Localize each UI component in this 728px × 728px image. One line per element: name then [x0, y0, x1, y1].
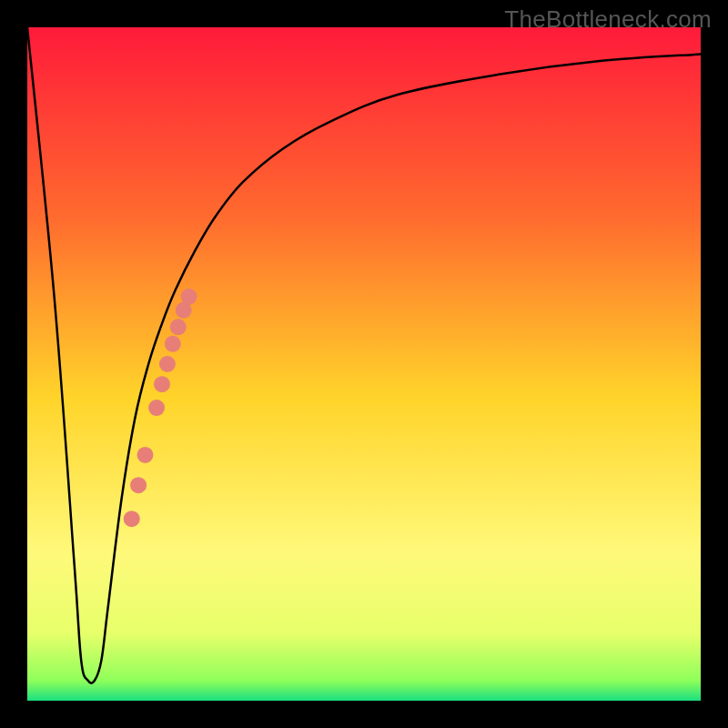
watermark-text: TheBottleneck.com	[504, 5, 712, 34]
marker-point	[159, 356, 176, 372]
marker-point	[170, 318, 187, 335]
gradient-background	[27, 27, 701, 701]
marker-point	[148, 399, 165, 416]
marker-point	[124, 511, 140, 527]
outer-frame: TheBottleneck.com	[0, 0, 728, 728]
marker-point	[154, 376, 170, 392]
marker-point	[130, 477, 147, 493]
marker-point	[137, 447, 154, 463]
marker-point	[181, 288, 197, 305]
chart-svg	[27, 27, 701, 701]
marker-point	[165, 336, 181, 352]
plot-area	[27, 27, 701, 701]
